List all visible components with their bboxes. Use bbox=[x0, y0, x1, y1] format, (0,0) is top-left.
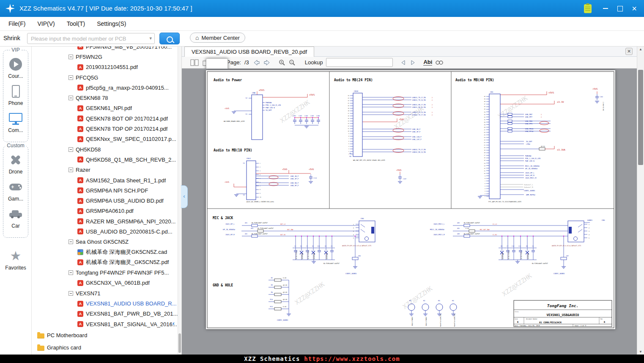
collapse-panel-handle[interactable]: ‹ bbox=[181, 185, 188, 208]
svg-text:1U-16-8A4-X: 1U-16-8A4-X bbox=[521, 250, 522, 259]
sidebar-item-com[interactable]: Com... bbox=[3, 111, 28, 133]
svg-text:22: 22 bbox=[484, 142, 486, 143]
svg-text:Audio to MB(10 PIN): Audio to MB(10 PIN) bbox=[214, 148, 252, 152]
tree-item[interactable]: Razer bbox=[32, 165, 181, 175]
sidebar-item-phone[interactable]: Phone bbox=[3, 84, 28, 106]
lookup-input[interactable] bbox=[326, 58, 393, 67]
document-tab[interactable]: VEXSN81_AUDIO USB BOARD_REVB_20.pdf bbox=[184, 47, 314, 57]
sidebar-item-drone[interactable]: Drone bbox=[3, 153, 28, 175]
tree-item[interactable]: PF5MNxG_MB_VB_2005171T00... bbox=[32, 47, 181, 52]
tree-item[interactable]: GR5MP6A0610.pdf bbox=[32, 206, 181, 216]
tree-item[interactable]: QE5KN78 TOP OP 20170214.pdf bbox=[32, 124, 181, 134]
tree-scrollbar-thumb[interactable] bbox=[178, 333, 181, 353]
collapse-icon[interactable] bbox=[69, 239, 73, 244]
tree-item[interactable]: 机械革命 深海幽灵_GK5CN5Z.pdf bbox=[32, 257, 181, 267]
maximize-button[interactable] bbox=[614, 3, 626, 14]
viewer-scrollbar[interactable]: ▲ ▼ bbox=[637, 47, 644, 355]
svg-text:2: 2 bbox=[541, 116, 542, 118]
pdf-icon bbox=[77, 259, 83, 265]
svg-text:7: 7 bbox=[348, 138, 349, 140]
collapse-icon[interactable] bbox=[69, 270, 73, 275]
find-next-icon[interactable] bbox=[410, 60, 416, 66]
tree-item[interactable]: QE5KN68 78 bbox=[32, 93, 181, 103]
sidebar-item-label: Car bbox=[3, 223, 28, 229]
tree-item[interactable]: QH5KD58 bbox=[32, 144, 181, 154]
tree-item[interactable]: GK5CN3X_VA_0601B.pdf bbox=[32, 278, 181, 288]
tree-item[interactable]: VEXSN71 bbox=[32, 288, 181, 298]
tree-item[interactable]: Tongfang PF4WN2F PF4WN3F PF5... bbox=[32, 268, 181, 278]
shrink-button[interactable]: Shrink bbox=[3, 35, 20, 41]
svg-text:C1_R2: C1_R2 bbox=[493, 234, 497, 236]
sidebar-item-cour[interactable]: Cour... bbox=[3, 57, 28, 79]
collapse-icon[interactable] bbox=[69, 96, 73, 100]
svg-text:C104: C104 bbox=[304, 115, 308, 117]
find-previous-icon[interactable] bbox=[400, 60, 406, 66]
text-search-icon[interactable]: Abi bbox=[423, 59, 432, 66]
collapse-icon[interactable] bbox=[69, 55, 73, 59]
tree-item[interactable]: PF5WN2G bbox=[32, 52, 181, 62]
zoom-out-icon[interactable] bbox=[289, 59, 296, 66]
svg-text:GES0500F: GES0500F bbox=[301, 253, 303, 259]
svg-text:XZZ@XZZHK: XZZ@XZZHK bbox=[393, 105, 425, 131]
tree-item[interactable]: VEXSN81_AUDIO USB BOARD_R... bbox=[32, 298, 181, 308]
viewer-scrollbar-thumb[interactable] bbox=[638, 70, 643, 165]
tree-item[interactable]: QE5KN78 BOT OP 20170214.pdf bbox=[32, 113, 181, 124]
tree-item[interactable]: GE5KN61_NPI.pdf bbox=[32, 103, 181, 113]
svg-text:USB_PN7: USB_PN7 bbox=[525, 113, 532, 116]
close-button[interactable]: × bbox=[628, 3, 641, 14]
menu-filef[interactable]: File(F) bbox=[3, 17, 31, 30]
tree-item[interactable]: GR5MP6A USB_AUDIO BD.pdf bbox=[32, 195, 181, 206]
tree-item[interactable]: ASM1562_Data Sheet_R1_1.pdf bbox=[32, 175, 181, 185]
svg-text:C8: C8 bbox=[532, 245, 534, 247]
binoculars-icon[interactable] bbox=[436, 60, 443, 65]
member-center-button[interactable]: ⌂ Member Center bbox=[190, 33, 245, 43]
tree-item[interactable]: PFCQ5G bbox=[32, 72, 181, 82]
tree-item[interactable]: PC Motherboard bbox=[32, 329, 181, 341]
tree-item[interactable]: QE5KNxx_SW_SPEC_01102017.p... bbox=[32, 134, 181, 144]
sidebar-item-favorites[interactable]: ★ Favorites bbox=[0, 249, 31, 271]
sidebar-item-gam[interactable]: Gam... bbox=[3, 180, 28, 202]
scroll-left-icon[interactable]: ‹ bbox=[173, 319, 175, 327]
zoom-in-icon[interactable] bbox=[279, 59, 285, 66]
collapse-icon[interactable] bbox=[69, 147, 73, 152]
search-button[interactable] bbox=[159, 33, 180, 44]
statusbar-url[interactable]: https://www.xzztools.com bbox=[304, 355, 400, 362]
pdf-toolbar: Page: /3 Lookup bbox=[182, 57, 637, 69]
svg-text:USB32_TX_P_IN: USB32_TX_P_IN bbox=[412, 148, 426, 151]
menu-vipv[interactable]: VIP(V) bbox=[31, 17, 60, 30]
svg-text:1 of 3: 1 of 3 bbox=[581, 325, 586, 327]
close-document-icon[interactable]: ✕ bbox=[625, 48, 633, 55]
clipboard-icon[interactable] bbox=[584, 4, 592, 13]
tree-item[interactable]: VEXSN81_BAT_SIGNAL_VA_2016...‹ bbox=[32, 319, 181, 329]
chevron-down-icon[interactable]: ▾ bbox=[149, 36, 152, 41]
tree-item[interactable]: USB_AUDIO BD_20200815-C.pd... bbox=[32, 226, 181, 236]
collapse-icon[interactable] bbox=[69, 75, 73, 80]
file-tree[interactable]: PF5MNxG_MB_VB_2005171T00...PF5WN2G201903… bbox=[32, 47, 182, 355]
scroll-up-icon[interactable]: ▲ bbox=[637, 47, 644, 51]
model-search-input[interactable] bbox=[28, 34, 148, 43]
tree-item[interactable]: RAZER MB_GR5MP6A_NPI_2020... bbox=[32, 216, 181, 226]
previous-page-icon[interactable] bbox=[252, 60, 260, 66]
menu-toolt[interactable]: Tool(T) bbox=[61, 17, 91, 30]
scroll-down-icon[interactable]: ▼ bbox=[637, 350, 644, 354]
svg-text:AB1: AB1 bbox=[245, 222, 247, 224]
pdf-canvas[interactable]: XZZ@XZZHKXZZ@XZZHKXZZ@XZZHKXZZ@XZZHKXZZ@… bbox=[182, 69, 637, 355]
svg-text:H1: H1 bbox=[409, 300, 411, 302]
collapse-icon[interactable] bbox=[69, 291, 73, 296]
tree-item[interactable]: 20190312104551.pdf bbox=[32, 62, 181, 72]
tree-item[interactable]: QH5KD58_Q1_MB_SCH_REVB_2... bbox=[32, 154, 181, 165]
tree-item[interactable]: 机械革命 深海幽灵GK5CN5Z.cad bbox=[32, 247, 181, 257]
sidebar-item-car[interactable]: Car bbox=[3, 207, 28, 229]
minimize-button[interactable] bbox=[599, 3, 612, 14]
collapse-icon[interactable] bbox=[69, 168, 73, 172]
next-page-icon[interactable] bbox=[263, 60, 271, 66]
tree-item[interactable]: pf5cp5g_ra_maxp-2019-040915... bbox=[32, 82, 181, 93]
menu-settingss[interactable]: Settings(S) bbox=[91, 17, 132, 30]
two-page-view-icon[interactable] bbox=[190, 59, 199, 66]
tree-item[interactable]: GR5MP6A NPI SCH.PDF bbox=[32, 185, 181, 195]
tree-item[interactable]: VEXSN81_BAT_PWR_BD_VB_201... bbox=[32, 309, 181, 319]
tree-item[interactable]: Sea Ghost GK5CN5Z bbox=[32, 237, 181, 247]
svg-text:12: 12 bbox=[484, 168, 486, 169]
svg-text:39: 39 bbox=[484, 98, 486, 100]
tree-item[interactable]: Graphics card bbox=[32, 341, 181, 354]
